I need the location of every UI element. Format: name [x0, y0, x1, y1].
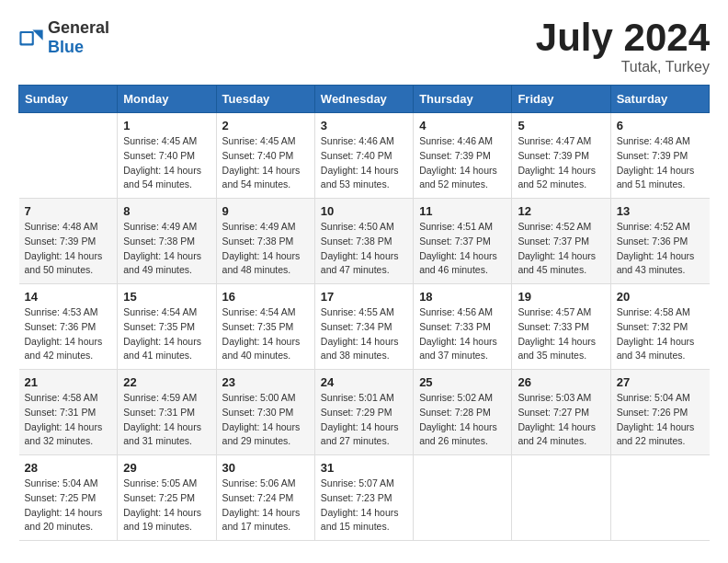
calendar-row: 7Sunrise: 4:48 AM Sunset: 7:39 PM Daylig…: [19, 199, 710, 284]
col-saturday: Saturday: [610, 86, 709, 113]
day-number: 24: [321, 375, 407, 389]
table-row: 8Sunrise: 4:49 AM Sunset: 7:38 PM Daylig…: [118, 199, 216, 284]
table-row: 7Sunrise: 4:48 AM Sunset: 7:39 PM Daylig…: [19, 199, 118, 284]
day-number: 21: [25, 375, 112, 389]
page-header: General Blue July 2024 Tutak, Turkey: [18, 18, 710, 75]
header-row: Sunday Monday Tuesday Wednesday Thursday…: [19, 86, 710, 113]
day-number: 30: [222, 461, 309, 475]
day-number: 15: [123, 290, 210, 304]
logo-general: General: [48, 18, 109, 37]
day-number: 5: [518, 119, 604, 132]
day-info: Sunrise: 4:48 AM Sunset: 7:39 PM Dayligh…: [25, 220, 112, 278]
day-info: Sunrise: 5:05 AM Sunset: 7:25 PM Dayligh…: [123, 477, 210, 534]
day-number: 4: [419, 119, 506, 132]
calendar-row: 28Sunrise: 5:04 AM Sunset: 7:25 PM Dayli…: [19, 455, 710, 541]
day-info: Sunrise: 4:49 AM Sunset: 7:38 PM Dayligh…: [222, 220, 309, 278]
day-number: 27: [617, 375, 704, 389]
col-friday: Friday: [512, 86, 610, 113]
table-row: 12Sunrise: 4:52 AM Sunset: 7:37 PM Dayli…: [512, 199, 610, 284]
day-number: 10: [321, 204, 407, 218]
day-info: Sunrise: 5:06 AM Sunset: 7:24 PM Dayligh…: [222, 477, 309, 534]
table-row: 11Sunrise: 4:51 AM Sunset: 7:37 PM Dayli…: [414, 199, 512, 284]
day-number: 14: [25, 290, 112, 304]
table-row: 15Sunrise: 4:54 AM Sunset: 7:35 PM Dayli…: [118, 284, 216, 370]
table-row: [610, 455, 709, 541]
table-row: 24Sunrise: 5:01 AM Sunset: 7:29 PM Dayli…: [314, 370, 413, 455]
col-wednesday: Wednesday: [314, 86, 413, 113]
day-info: Sunrise: 5:03 AM Sunset: 7:27 PM Dayligh…: [518, 391, 604, 449]
table-row: 25Sunrise: 5:02 AM Sunset: 7:28 PM Dayli…: [414, 370, 512, 455]
day-info: Sunrise: 4:52 AM Sunset: 7:37 PM Dayligh…: [518, 220, 604, 278]
calendar-row: 21Sunrise: 4:58 AM Sunset: 7:31 PM Dayli…: [19, 370, 710, 455]
logo-icon: [18, 25, 44, 51]
table-row: 23Sunrise: 5:00 AM Sunset: 7:30 PM Dayli…: [216, 370, 314, 455]
day-number: 3: [321, 119, 407, 132]
day-info: Sunrise: 4:46 AM Sunset: 7:39 PM Dayligh…: [419, 134, 506, 192]
day-number: 13: [617, 204, 704, 218]
day-number: 8: [123, 204, 210, 218]
day-number: 26: [518, 375, 604, 389]
day-number: 1: [123, 119, 210, 132]
table-row: [512, 455, 610, 541]
table-row: 28Sunrise: 5:04 AM Sunset: 7:25 PM Dayli…: [19, 455, 118, 541]
day-number: 18: [419, 290, 506, 304]
calendar-table: Sunday Monday Tuesday Wednesday Thursday…: [18, 85, 710, 541]
table-row: 1Sunrise: 4:45 AM Sunset: 7:40 PM Daylig…: [118, 113, 216, 199]
day-number: 28: [25, 461, 112, 475]
table-row: 31Sunrise: 5:07 AM Sunset: 7:23 PM Dayli…: [314, 455, 413, 541]
day-info: Sunrise: 5:04 AM Sunset: 7:25 PM Dayligh…: [25, 477, 112, 534]
day-info: Sunrise: 5:02 AM Sunset: 7:28 PM Dayligh…: [419, 391, 506, 449]
table-row: 4Sunrise: 4:46 AM Sunset: 7:39 PM Daylig…: [414, 113, 512, 199]
logo-text: General Blue: [48, 18, 109, 57]
day-info: Sunrise: 4:46 AM Sunset: 7:40 PM Dayligh…: [321, 134, 407, 192]
table-row: 27Sunrise: 5:04 AM Sunset: 7:26 PM Dayli…: [610, 370, 709, 455]
table-row: 26Sunrise: 5:03 AM Sunset: 7:27 PM Dayli…: [512, 370, 610, 455]
day-number: 20: [617, 290, 704, 304]
day-info: Sunrise: 4:45 AM Sunset: 7:40 PM Dayligh…: [222, 134, 309, 192]
day-number: 29: [123, 461, 210, 475]
day-number: 7: [25, 204, 112, 218]
day-info: Sunrise: 4:55 AM Sunset: 7:34 PM Dayligh…: [321, 305, 407, 363]
table-row: 17Sunrise: 4:55 AM Sunset: 7:34 PM Dayli…: [314, 284, 413, 370]
day-info: Sunrise: 4:45 AM Sunset: 7:40 PM Dayligh…: [123, 134, 210, 192]
day-info: Sunrise: 4:56 AM Sunset: 7:33 PM Dayligh…: [419, 305, 506, 363]
svg-rect-3: [22, 33, 32, 43]
day-number: 12: [518, 204, 604, 218]
table-row: 2Sunrise: 4:45 AM Sunset: 7:40 PM Daylig…: [216, 113, 314, 199]
day-info: Sunrise: 5:07 AM Sunset: 7:23 PM Dayligh…: [321, 477, 407, 534]
day-info: Sunrise: 4:49 AM Sunset: 7:38 PM Dayligh…: [123, 220, 210, 278]
day-number: 11: [419, 204, 506, 218]
calendar-row: 14Sunrise: 4:53 AM Sunset: 7:36 PM Dayli…: [19, 284, 710, 370]
day-number: 19: [518, 290, 604, 304]
table-row: 22Sunrise: 4:59 AM Sunset: 7:31 PM Dayli…: [118, 370, 216, 455]
table-row: [19, 113, 118, 199]
day-info: Sunrise: 4:50 AM Sunset: 7:38 PM Dayligh…: [321, 220, 407, 278]
day-number: 16: [222, 290, 309, 304]
day-info: Sunrise: 4:51 AM Sunset: 7:37 PM Dayligh…: [419, 220, 506, 278]
table-row: 18Sunrise: 4:56 AM Sunset: 7:33 PM Dayli…: [414, 284, 512, 370]
table-row: 14Sunrise: 4:53 AM Sunset: 7:36 PM Dayli…: [19, 284, 118, 370]
calendar-row: 1Sunrise: 4:45 AM Sunset: 7:40 PM Daylig…: [19, 113, 710, 199]
col-monday: Monday: [118, 86, 216, 113]
table-row: 10Sunrise: 4:50 AM Sunset: 7:38 PM Dayli…: [314, 199, 413, 284]
day-info: Sunrise: 5:00 AM Sunset: 7:30 PM Dayligh…: [222, 391, 309, 449]
col-thursday: Thursday: [414, 86, 512, 113]
day-info: Sunrise: 4:48 AM Sunset: 7:39 PM Dayligh…: [617, 134, 704, 192]
day-number: 9: [222, 204, 309, 218]
day-number: 23: [222, 375, 309, 389]
day-info: Sunrise: 4:52 AM Sunset: 7:36 PM Dayligh…: [617, 220, 704, 278]
col-sunday: Sunday: [19, 86, 118, 113]
day-info: Sunrise: 4:53 AM Sunset: 7:36 PM Dayligh…: [25, 305, 112, 363]
logo-blue: Blue: [48, 38, 84, 56]
table-row: 3Sunrise: 4:46 AM Sunset: 7:40 PM Daylig…: [314, 113, 413, 199]
day-info: Sunrise: 4:58 AM Sunset: 7:31 PM Dayligh…: [25, 391, 112, 449]
day-number: 2: [222, 119, 309, 132]
day-info: Sunrise: 4:58 AM Sunset: 7:32 PM Dayligh…: [617, 305, 704, 363]
table-row: 30Sunrise: 5:06 AM Sunset: 7:24 PM Dayli…: [216, 455, 314, 541]
day-number: 25: [419, 375, 506, 389]
table-row: 9Sunrise: 4:49 AM Sunset: 7:38 PM Daylig…: [216, 199, 314, 284]
table-row: 29Sunrise: 5:05 AM Sunset: 7:25 PM Dayli…: [118, 455, 216, 541]
day-number: 31: [321, 461, 407, 475]
table-row: 13Sunrise: 4:52 AM Sunset: 7:36 PM Dayli…: [610, 199, 709, 284]
table-row: [414, 455, 512, 541]
